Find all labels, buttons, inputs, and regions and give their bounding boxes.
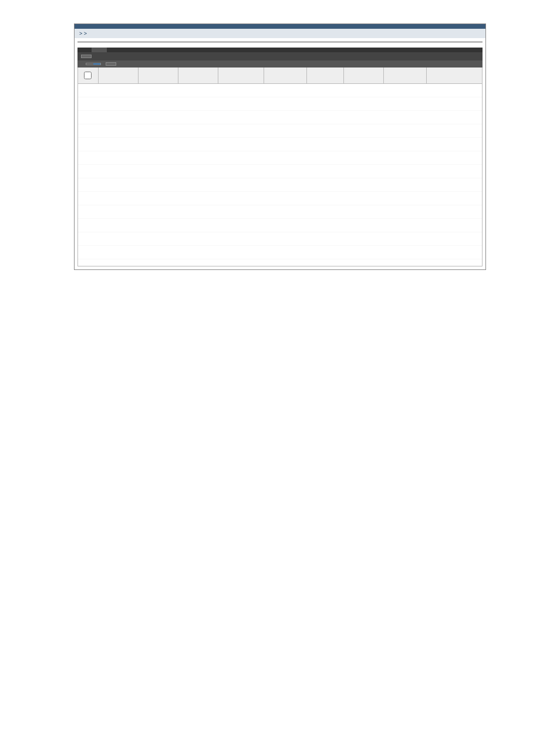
select-all-checkbox[interactable]	[78, 67, 99, 83]
select-all-pages-button[interactable]	[106, 62, 116, 66]
tab-bar	[77, 48, 483, 52]
table-body-empty	[78, 84, 482, 266]
table-header-row	[78, 67, 482, 84]
col-emulation[interactable]	[218, 67, 264, 83]
window-titlebar	[75, 24, 485, 29]
export-button[interactable]	[81, 55, 92, 58]
col-pool-usage[interactable]	[307, 67, 344, 83]
col-status[interactable]	[178, 67, 218, 83]
pool-info-wide	[77, 42, 483, 43]
col-clpr[interactable]	[384, 67, 427, 83]
table-toolbar	[77, 52, 483, 60]
col-used-capacity[interactable]	[264, 67, 307, 83]
volumes-table	[77, 67, 483, 266]
col-spacer	[427, 67, 482, 83]
tab-primary-volumes[interactable]	[92, 48, 107, 52]
filter-bar	[77, 60, 483, 67]
page-footer	[53, 333, 507, 342]
col-ldev-name[interactable]	[139, 67, 178, 83]
col-ldev-id[interactable]	[99, 67, 139, 83]
tab-pool-volumes[interactable]	[77, 48, 92, 52]
pool-window-screenshot: > >	[74, 23, 486, 270]
document-body	[53, 288, 507, 342]
filter-toggle[interactable]	[86, 63, 101, 65]
breadcrumb: > >	[75, 29, 485, 38]
col-num-paths[interactable]	[344, 67, 384, 83]
